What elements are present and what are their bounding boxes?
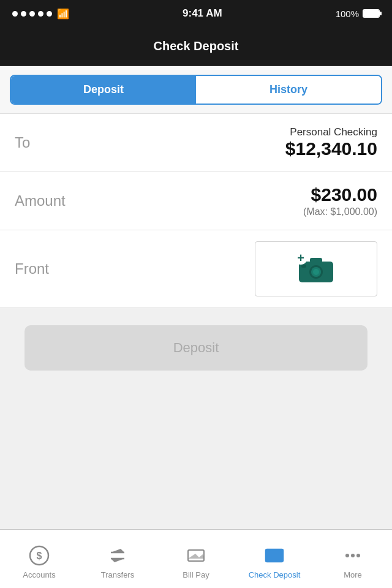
account-balance: $12,340.10: [285, 138, 377, 159]
camera-icon-wrap: +: [298, 254, 334, 284]
status-bar: 📶 9:41 AM 100%: [0, 0, 392, 27]
camera-box[interactable]: +: [255, 241, 377, 296]
amount-right: $230.00 (Max: $1,000.00): [303, 184, 377, 217]
to-label: To: [15, 134, 30, 151]
svg-point-3: [313, 269, 319, 275]
front-row: Front +: [0, 230, 392, 308]
battery-icon: [363, 9, 380, 18]
more-icon: [342, 545, 364, 567]
main-content: To Personal Checking $12,340.10 Amount $…: [0, 114, 392, 308]
amount-row[interactable]: Amount $230.00 (Max: $1,000.00): [0, 172, 392, 230]
amount-max: (Max: $1,000.00): [303, 206, 377, 217]
front-label: Front: [15, 260, 49, 277]
deposit-tab[interactable]: Deposit: [11, 76, 196, 104]
deposit-button[interactable]: Deposit: [24, 325, 368, 371]
accounts-tab-label: Accounts: [23, 570, 55, 579]
checkdeposit-tab-label: Check Deposit: [249, 570, 301, 579]
accounts-icon: $: [28, 545, 50, 567]
plus-icon: +: [294, 251, 307, 265]
tab-transfers[interactable]: Transfers: [78, 538, 157, 579]
svg-text:$: $: [37, 551, 42, 561]
billpay-tab-label: Bill Pay: [183, 570, 209, 579]
to-right: Personal Checking $12,340.10: [285, 126, 377, 159]
history-tab[interactable]: History: [196, 76, 381, 104]
tab-more[interactable]: More: [314, 538, 392, 579]
page-title: Check Deposit: [154, 39, 239, 53]
segmented-container: Deposit History: [0, 66, 392, 114]
svg-point-19: [351, 554, 355, 557]
signal-dots: [12, 11, 52, 17]
nav-bar: Check Deposit: [0, 27, 392, 66]
tab-checkdeposit[interactable]: Check Deposit: [235, 538, 314, 579]
to-row[interactable]: To Personal Checking $12,340.10: [0, 114, 392, 172]
tab-bar: $ Accounts Transfers Bill Pay: [0, 529, 392, 588]
transfers-icon: [107, 545, 129, 567]
amount-label: Amount: [15, 192, 66, 209]
transfers-tab-label: Transfers: [101, 570, 134, 579]
account-name: Personal Checking: [285, 126, 377, 138]
segmented-control: Deposit History: [10, 75, 382, 105]
tab-billpay[interactable]: Bill Pay: [157, 538, 235, 579]
svg-marker-13: [188, 554, 204, 559]
amount-value: $230.00: [303, 184, 377, 205]
status-right: 100%: [336, 9, 380, 19]
wifi-icon: 📶: [57, 8, 69, 20]
tab-accounts[interactable]: $ Accounts: [0, 538, 78, 579]
checkdeposit-icon: [263, 545, 285, 567]
battery-text: 100%: [336, 9, 359, 19]
deposit-btn-container: Deposit: [0, 308, 392, 388]
svg-point-18: [345, 554, 349, 557]
more-tab-label: More: [344, 570, 362, 579]
svg-point-20: [356, 554, 360, 557]
status-left: 📶: [12, 8, 69, 20]
billpay-icon: [185, 545, 207, 567]
svg-rect-5: [301, 265, 306, 268]
svg-rect-4: [310, 258, 322, 263]
status-time: 9:41 AM: [183, 7, 222, 20]
